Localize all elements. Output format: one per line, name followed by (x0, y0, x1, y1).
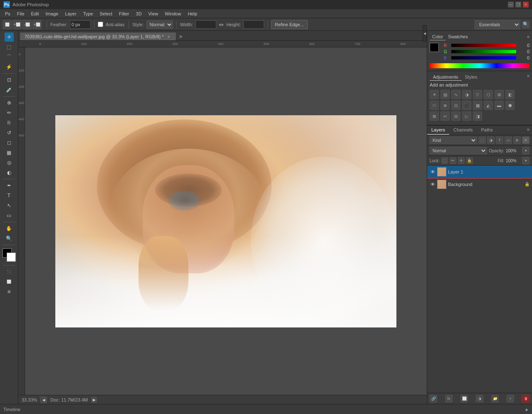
color-panel-expand[interactable]: ≡ (527, 35, 530, 39)
gradient-tool[interactable]: ▦ (5, 148, 14, 157)
subtract-selection-btn[interactable]: -⬜ (22, 20, 32, 29)
menu-select[interactable]: Select (97, 10, 116, 17)
menu-type[interactable]: Type (80, 10, 97, 17)
gradient-map-adj-icon[interactable]: ▬ (495, 101, 504, 110)
intersect-selection-btn[interactable]: ×⬜ (32, 20, 42, 29)
new-layer-btn[interactable]: + (507, 395, 514, 402)
close-button[interactable]: ✕ (523, 2, 529, 7)
clone-stamp-tool[interactable]: ⎘ (5, 118, 14, 127)
filter-type-btn[interactable]: T (496, 136, 503, 144)
artboard-btn[interactable]: ⊞ (5, 287, 14, 296)
blue-slider[interactable] (451, 56, 516, 59)
menu-filter[interactable]: Filter (116, 10, 132, 17)
new-fill-adj-btn[interactable]: ◑ (476, 395, 483, 402)
refine-edge-button[interactable]: Refine Edge... (271, 20, 308, 29)
screen-mode-btn[interactable]: ⬜ (5, 277, 14, 286)
magic-wand-tool[interactable]: ⚡ (5, 62, 14, 72)
layers-tab[interactable]: Layers (427, 126, 449, 135)
blur-tool[interactable]: ◎ (5, 158, 14, 167)
channel-mixer-adj-icon[interactable]: ⊗ (440, 101, 450, 110)
hsl-adj-icon[interactable]: ⬡ (484, 90, 493, 99)
exposure-adj-icon[interactable]: ◑ (462, 90, 471, 99)
quick-mask-btn[interactable]: ⬛ (5, 267, 14, 276)
color-lookup-adj-icon[interactable]: ⊡ (451, 101, 460, 110)
filter-smart-btn[interactable]: ⊕ (513, 136, 521, 144)
lock-all-btn[interactable]: 🔒 (466, 157, 473, 164)
curves-adj-icon[interactable]: ∿ (451, 90, 460, 99)
marquee-tool[interactable]: ⬚ (5, 42, 14, 52)
swatches-tab[interactable]: Swatches (445, 33, 470, 40)
color-swatch-preview[interactable] (430, 43, 439, 52)
menu-file[interactable]: File (14, 10, 28, 17)
menu-layer[interactable]: Layer (62, 10, 80, 17)
layers-panel-expand[interactable]: ≡ (525, 126, 532, 135)
dodge-tool[interactable]: ◐ (5, 168, 14, 177)
layer-effects-btn[interactable]: fx (445, 395, 453, 402)
doc-tab-close[interactable]: × (166, 34, 171, 39)
filter-adjust-btn[interactable]: ◑ (487, 136, 495, 144)
green-slider[interactable] (451, 50, 516, 53)
zoom-tool[interactable]: 🔍 (5, 234, 14, 243)
adjustments-tab[interactable]: Adjustments (430, 74, 462, 81)
height-input[interactable] (243, 20, 264, 29)
paths-tab[interactable]: Paths (477, 126, 497, 135)
color-tab[interactable]: Color (430, 33, 445, 40)
panel-collapse-btn[interactable]: ◀ (423, 31, 427, 42)
opacity-arrow-btn[interactable]: ▾ (522, 147, 530, 154)
lasso-tool[interactable]: ⌒ (5, 52, 14, 62)
filter-pixel-btn[interactable]: ⬚ (478, 136, 486, 144)
hand-tool[interactable]: ✋ (5, 224, 14, 233)
posterize-adj-icon[interactable]: ▩ (473, 101, 482, 110)
feather-input[interactable] (70, 20, 91, 29)
adj-icon-11[interactable]: ⊟ (451, 112, 460, 121)
brightness-adj-icon[interactable]: ☀ (430, 90, 439, 99)
adjustments-expand[interactable]: ≡ (527, 74, 530, 81)
layer-item[interactable]: 👁 Layer 1 (427, 166, 532, 178)
lock-image-btn[interactable]: ✏ (450, 157, 456, 164)
layer-visibility-toggle[interactable]: 👁 (430, 181, 435, 187)
crop-tool[interactable]: ⊡ (5, 75, 14, 84)
adj-icon-10[interactable]: ↩ (440, 112, 450, 121)
menu-ps[interactable]: Ps (2, 10, 14, 17)
photo-filter-adj-icon[interactable]: ⬭ (430, 101, 439, 110)
healing-tool[interactable]: ⊕ (5, 98, 14, 107)
adj-icon-12[interactable]: ▷ (462, 112, 471, 121)
pen-tool[interactable]: ✒ (5, 181, 14, 190)
workspace-select[interactable]: Essentials (475, 20, 520, 29)
threshold-adj-icon[interactable]: ◭ (484, 101, 493, 110)
maximize-button[interactable]: ❐ (515, 2, 521, 7)
new-selection-btn[interactable]: ⬜ (2, 20, 12, 29)
timeline-expand-btn[interactable]: ▲ (525, 407, 529, 412)
history-brush-tool[interactable]: ↺ (5, 128, 14, 137)
path-selection-tool[interactable]: ↖ (5, 201, 14, 210)
lock-position-btn[interactable]: ✛ (458, 157, 465, 164)
eraser-tool[interactable]: ◻ (5, 138, 14, 147)
delete-layer-btn[interactable]: 🗑 (522, 395, 530, 402)
link-layers-btn[interactable]: 🔗 (430, 395, 437, 402)
layer-visibility-toggle[interactable]: 👁 (430, 169, 435, 175)
channels-tab[interactable]: Channels (449, 126, 477, 135)
black-white-adj-icon[interactable]: ◧ (505, 90, 515, 99)
vibrance-adj-icon[interactable]: ▽ (473, 90, 482, 99)
status-arrow-btn[interactable]: ▶ (91, 397, 97, 403)
blend-mode-select[interactable]: Normal (430, 147, 487, 154)
color-balance-adj-icon[interactable]: ⊞ (495, 90, 504, 99)
invert-adj-icon[interactable]: ⬛ (462, 101, 471, 110)
new-tab-btn[interactable]: » (178, 32, 184, 40)
adj-icon-13[interactable]: ◨ (473, 112, 482, 121)
styles-tab[interactable]: Styles (462, 74, 481, 81)
menu-3d[interactable]: 3D (133, 10, 145, 17)
status-options-btn[interactable]: ◄ (40, 397, 47, 403)
lock-transparent-btn[interactable]: ⬚ (441, 157, 448, 164)
add-mask-btn[interactable]: ⬜ (460, 395, 468, 402)
selective-color-adj-icon[interactable]: ⬟ (505, 101, 515, 110)
layer-item[interactable]: 👁 Background 🔒 (427, 178, 532, 191)
menu-view[interactable]: View (145, 10, 162, 17)
adj-icon-9[interactable]: ⊠ (430, 112, 439, 121)
eyedropper-tool[interactable]: 💉 (5, 85, 14, 94)
brush-tool[interactable]: ✏ (5, 108, 14, 117)
workspace-search-btn[interactable]: 🔍 (522, 21, 530, 28)
menu-image[interactable]: Image (42, 10, 62, 17)
red-slider[interactable] (451, 44, 516, 47)
anti-alias-checkbox[interactable] (98, 22, 103, 27)
